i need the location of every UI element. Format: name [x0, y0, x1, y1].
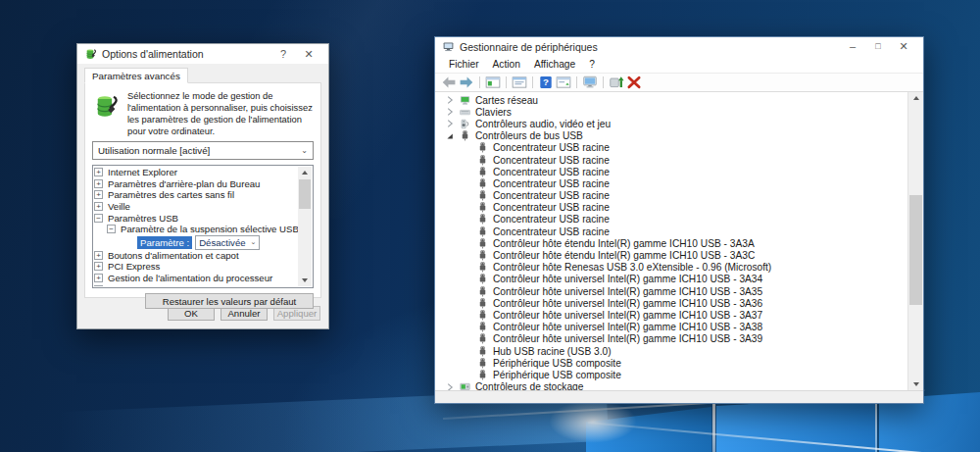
chevron-right-icon[interactable]	[445, 382, 455, 390]
scroll-down-button[interactable]	[908, 378, 923, 390]
device-tree-item[interactable]: Périphérique USB composite	[435, 369, 908, 380]
update-driver-button[interactable]	[609, 75, 624, 89]
menu-item[interactable]: Action	[486, 59, 527, 70]
device-tree-item[interactable]: Contrôleur hôte universel Intel(R) gamme…	[435, 297, 908, 309]
device-tree-item[interactable]: Contrôleur hôte universel Intel(R) gamme…	[435, 333, 908, 345]
close-button[interactable]: ✕	[891, 37, 916, 56]
close-button[interactable]: ✕	[296, 45, 321, 64]
device-tree-item[interactable]: Contrôleur hôte universel Intel(R) gamme…	[435, 322, 908, 333]
settings-tree-item[interactable]: Paramètres des cartes sans fil	[94, 189, 298, 201]
settings-label: Gestion de l'alimentation du processeur	[108, 273, 272, 283]
settings-tree-item[interactable]: Veille	[94, 201, 298, 213]
device-tree-item[interactable]: Contrôleur hôte universel Intel(R) gamme…	[435, 274, 908, 285]
help-button[interactable]: ?	[270, 45, 296, 64]
forward-button[interactable]	[459, 75, 474, 89]
device-tree-item[interactable]: Contrôleur hôte étendu Intel(R) gamme IC…	[435, 237, 908, 249]
scrollbar-thumb[interactable]	[909, 195, 922, 305]
chevron-right-icon[interactable]	[445, 107, 455, 117]
device-tree-scrollbar[interactable]	[907, 92, 923, 390]
collapse-box-icon[interactable]	[107, 225, 116, 233]
tab-parametres-avances[interactable]: Paramètres avancés	[84, 68, 188, 83]
device-tree-item[interactable]: Contrôleurs de stockage	[435, 381, 908, 391]
setting-row[interactable]: Paramètre :Désactivée⌄	[94, 235, 298, 250]
usb-icon	[477, 358, 488, 369]
indent-spacer	[463, 167, 472, 176]
expand-box-icon[interactable]	[94, 168, 103, 176]
menu-item[interactable]: Affichage	[527, 59, 582, 70]
minimize-button[interactable]: –	[840, 37, 865, 56]
indent-spacer	[463, 251, 472, 261]
properties-button[interactable]	[512, 75, 527, 89]
device-tree-item[interactable]: Contrôleur hôte étendu Intel(R) gamme IC…	[435, 249, 908, 261]
expand-box-icon[interactable]	[94, 274, 103, 282]
device-tree-item[interactable]: Concentrateur USB racine	[435, 154, 908, 166]
device-label: Contrôleur hôte Renesas USB 3.0 eXtensib…	[493, 262, 771, 273]
help-button[interactable]: ?	[538, 75, 554, 89]
menu-item[interactable]: ?	[582, 59, 602, 70]
restore-defaults-button[interactable]: Restaurer les valeurs par défaut	[145, 293, 314, 309]
device-label: Cartes réseau	[475, 95, 538, 106]
device-tree-item[interactable]: Concentrateur USB racine	[435, 166, 908, 177]
chevron-right-icon[interactable]	[445, 119, 455, 128]
expand-box-icon[interactable]	[94, 285, 103, 286]
wallpaper-glow	[549, 400, 637, 443]
device-label: Concentrateur USB racine	[493, 142, 610, 153]
power-plan-combobox[interactable]: Utilisation normale [activé] ⌄	[92, 141, 314, 160]
setting-value-combobox[interactable]: Désactivée⌄	[195, 235, 260, 250]
device-tree-item[interactable]: Concentrateur USB racine	[435, 202, 908, 214]
chevron-down-icon: ⌄	[251, 238, 257, 246]
scroll-up-button[interactable]	[908, 92, 923, 104]
device-tree-item[interactable]: Concentrateur USB racine	[435, 214, 908, 226]
show-console-tree-button[interactable]	[485, 75, 501, 89]
back-button[interactable]	[441, 75, 457, 89]
settings-tree-item[interactable]: Paramètre de la suspension sélective USB	[94, 224, 298, 235]
settings-listbox: Internet ExplorerParamètres d'arrière-pl…	[92, 165, 314, 288]
settings-tree-item[interactable]: PCI Express	[94, 261, 298, 273]
device-tree-item[interactable]: Contrôleur hôte universel Intel(R) gamme…	[435, 285, 908, 297]
scrollbar-thumb[interactable]	[299, 179, 311, 209]
expand-box-icon[interactable]	[94, 251, 103, 260]
device-tree-item[interactable]: Contrôleurs de bus USB	[435, 130, 908, 142]
device-tree-item[interactable]: Contrôleurs audio, vidéo et jeu	[435, 118, 908, 129]
menu-item[interactable]: Fichier	[442, 59, 486, 70]
indent-spacer	[463, 286, 472, 296]
collapse-box-icon[interactable]	[94, 214, 103, 223]
uninstall-button[interactable]	[626, 75, 642, 89]
device-label: Claviers	[475, 107, 512, 118]
scroll-down-button[interactable]	[298, 275, 312, 286]
scroll-up-button[interactable]	[298, 167, 312, 178]
device-tree-item[interactable]: Contrôleur hôte universel Intel(R) gamme…	[435, 309, 908, 321]
expand-box-icon[interactable]	[94, 190, 103, 199]
device-tree-item[interactable]: Claviers	[435, 106, 908, 118]
power-options-titlebar[interactable]: Options d'alimentation ? ✕	[77, 44, 328, 64]
settings-tree-item[interactable]: Affichage	[94, 283, 298, 286]
device-tree-item[interactable]: Cartes réseau	[435, 94, 908, 106]
export-list-button[interactable]	[556, 75, 571, 89]
usb-icon	[477, 155, 488, 166]
device-manager-titlebar[interactable]: Gestionnaire de périphériques – □ ✕	[435, 37, 923, 56]
device-tree-item[interactable]: Concentrateur USB racine	[435, 177, 908, 189]
chevron-down-icon[interactable]	[445, 131, 455, 141]
device-tree-item[interactable]: Concentrateur USB racine	[435, 142, 908, 154]
device-label: Concentrateur USB racine	[493, 226, 610, 237]
setting-value: Désactivée	[199, 237, 245, 248]
device-tree-item[interactable]: Concentrateur USB racine	[435, 226, 908, 237]
expand-box-icon[interactable]	[94, 262, 103, 271]
settings-tree-item[interactable]: Paramètres USB	[94, 212, 298, 224]
device-tree-item[interactable]: Périphérique USB composite	[435, 357, 908, 369]
settings-tree-item[interactable]: Gestion de l'alimentation du processeur	[94, 273, 298, 284]
svg-text:?: ?	[543, 76, 549, 87]
device-tree-item[interactable]: Concentrateur USB racine	[435, 190, 908, 202]
maximize-button[interactable]: □	[865, 37, 891, 56]
expand-box-icon[interactable]	[94, 202, 103, 211]
settings-tree-item[interactable]: Paramètres d'arrière-plan du Bureau	[94, 178, 298, 190]
settings-scrollbar[interactable]	[298, 167, 312, 286]
chevron-right-icon[interactable]	[445, 95, 455, 105]
device-tree-item[interactable]: Hub USB racine (USB 3.0)	[435, 345, 908, 357]
usb-icon	[477, 370, 488, 380]
device-tree-item[interactable]: Contrôleur hôte Renesas USB 3.0 eXtensib…	[435, 262, 908, 274]
settings-tree-item[interactable]: Internet Explorer	[94, 167, 298, 178]
expand-box-icon[interactable]	[94, 179, 103, 188]
scan-hardware-button[interactable]	[582, 75, 598, 89]
settings-tree-item[interactable]: Boutons d'alimentation et capot	[94, 250, 298, 262]
